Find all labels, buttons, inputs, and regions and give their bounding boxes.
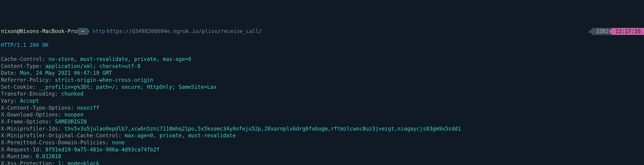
http-header-key: X-Runtime: <box>1 153 32 159</box>
http-header-line: X-Miniprofiler-Original-Cache-Control: m… <box>0 132 644 139</box>
command-argument: https://d3498206694e.ngrok.io/plivo/rece… <box>106 28 262 35</box>
http-header-line: X-Content-Type-Options: nosniff <box>0 104 644 112</box>
http-header-line: X-Frame-Options: SAMEORIGIN <box>0 118 644 125</box>
http-header-line: X-Miniprofiler-Ids: thv5v3u5julao0epdlb7… <box>0 125 644 132</box>
http-header-value: 0.012818 <box>32 153 61 159</box>
http-header-value: max-age=0, private, must-revalidate <box>122 132 236 138</box>
prompt-cwd: ~ <box>81 28 84 34</box>
command-binary: http <box>92 28 105 35</box>
http-header-line: Cache-Control: no-store, must-revalidate… <box>0 56 644 63</box>
http-header-key: X-Download-Options: <box>1 112 61 118</box>
http-header-value: nosniff <box>74 105 99 111</box>
http-header-key: X-Miniprofiler-Original-Cache-Control: <box>1 132 122 138</box>
http-header-line: Vary: Accept <box>0 97 644 104</box>
http-header-line: Content-Type: application/xml; charset=u… <box>0 63 644 70</box>
http-header-value: strict-origin-when-cross-origin <box>52 77 153 83</box>
http-header-key: Content-Type: <box>1 63 42 69</box>
http-header-value: Mon, 24 May 2021 06:47:19 GMT <box>17 70 112 76</box>
http-header-key: Set-Cookie: <box>1 84 36 90</box>
prompt-user-host: nixon@Nixons-MacBook-Pro <box>0 28 79 35</box>
http-header-key: X-Content-Type-Options: <box>1 105 74 111</box>
status-count: 3382 <box>596 28 609 35</box>
http-header-key: Cache-Control: <box>1 56 46 62</box>
http-header-value: none <box>109 139 125 145</box>
http-header-value: thv5v3u5julao0epdlb7,xcw6n5zni7118mhq21p… <box>61 126 461 132</box>
http-status-line: HTTP/1.1 200 OK <box>0 42 644 49</box>
http-header-line: Date: Mon, 24 May 2021 06:47:19 GMT <box>0 70 644 77</box>
http-header-key: Vary: <box>1 98 17 104</box>
http-header-key: X-Request-Id: <box>1 146 42 152</box>
http-header-line: X-Permitted-Cross-Domain-Policies: none <box>0 139 644 146</box>
status-bar-right: ✔ 3382 12:17:16 <box>588 28 644 35</box>
http-header-value: noopen <box>61 112 83 118</box>
http-header-key: X-Xss-Protection: <box>1 160 55 165</box>
http-header-key: X-Miniprofiler-Ids: <box>1 126 61 132</box>
prompt-cwd-segment: ~ <box>79 28 87 35</box>
shell-prompt-line[interactable]: nixon@Nixons-MacBook-Pro ~ http https://… <box>0 28 644 35</box>
http-header-line: Transfer-Encoding: chunked <box>0 90 644 97</box>
http-header-line: X-Request-Id: 8f91ed19-9a75-481e-906a-4d… <box>0 146 644 153</box>
http-headers-block: Cache-Control: no-store, must-revalidate… <box>0 56 644 165</box>
http-header-value: application/xml; charset=utf-8 <box>42 63 140 69</box>
http-header-key: X-Frame-Options: <box>1 119 52 125</box>
http-header-value: Accept <box>17 98 39 104</box>
http-header-value: chunked <box>58 91 83 97</box>
http-header-value: no-store, must-revalidate, private, max-… <box>46 56 191 62</box>
http-header-line: X-Download-Options: noopen <box>0 111 644 118</box>
http-header-value: 1; mode=block <box>55 160 99 165</box>
http-header-line: X-Runtime: 0.012818 <box>0 153 644 160</box>
http-header-line: Set-Cookie: __profilin=p%3Dt; path=/; se… <box>0 84 644 91</box>
http-header-key: X-Permitted-Cross-Domain-Policies: <box>1 139 109 145</box>
http-header-key: Date: <box>1 70 17 76</box>
status-time: 12:17:16 <box>616 28 641 35</box>
http-header-line: Referrer-Policy: strict-origin-when-cros… <box>0 77 644 84</box>
http-header-value: __profilin=p%3Dt; path=/; secure; HttpOn… <box>36 84 216 90</box>
http-header-value: 8f91ed19-9a75-481e-906a-4d93ca74fb2f <box>42 146 160 152</box>
http-header-line: X-Xss-Protection: 1; mode=block <box>0 160 644 165</box>
http-header-value: SAMEORIGIN <box>52 119 87 125</box>
status-time-pill: 12:17:16 <box>612 28 644 35</box>
http-header-key: Transfer-Encoding: <box>1 91 58 97</box>
http-header-key: Referrer-Policy: <box>1 77 52 83</box>
